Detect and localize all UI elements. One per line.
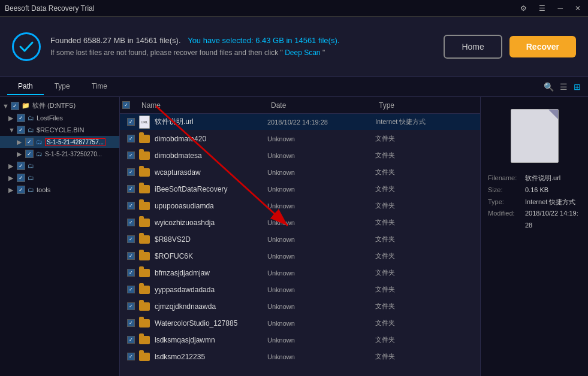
checkbox-tools[interactable] <box>17 186 25 194</box>
file-row-cjmz[interactable]: cjmzqjdkndnaawda Unknown 文件夹 <box>120 298 480 315</box>
tab-time[interactable]: Time <box>81 78 118 95</box>
file-row-rofuc[interactable]: $ROFUC6K Unknown 文件夹 <box>120 248 480 265</box>
file-name: lsdksmo212235 <box>155 353 267 361</box>
folder-icon: 🗂 <box>28 126 34 134</box>
row-check[interactable] <box>122 336 139 344</box>
folder-icon-sm <box>139 269 151 277</box>
sidebar-item-s2[interactable]: ▶ 🗂 S-1-5-21-37250270... <box>0 148 119 160</box>
folder-icon-sm <box>139 302 151 311</box>
file-row-r88[interactable]: $R88VS2D Unknown 文件夹 <box>120 231 480 248</box>
sidebar-item-recycle[interactable]: ▼ 🗂 $RECYCLE.BIN <box>0 124 119 136</box>
file-row-bfmz[interactable]: bfmzasjdjadmjaw Unknown 文件夹 <box>120 265 480 281</box>
folder-icon: 🗂 <box>28 114 34 122</box>
home-button[interactable]: Home <box>444 35 502 59</box>
row-check[interactable] <box>122 269 139 277</box>
folder-icon-sm <box>139 202 151 210</box>
row-check[interactable] <box>122 168 139 176</box>
expand-icon: ▼ <box>8 126 17 134</box>
sidebar-item-empty2[interactable]: ▶ 🗂 <box>0 172 119 184</box>
sidebar-item-lostfiles[interactable]: ▶ 🗂 LostFiles <box>0 112 119 124</box>
deep-scan-link[interactable]: Deep Scan <box>285 48 320 57</box>
file-row-dimobdmate420[interactable]: dimobdmate420 Unknown 文件夹 <box>120 131 480 147</box>
row-check[interactable] <box>122 118 139 126</box>
sidebar-item-root[interactable]: ▼ 📁 软件 (D:NTFS) <box>0 99 119 112</box>
tabbar-icons: 🔍 ☰ ⊞ <box>544 82 581 92</box>
menu-icon[interactable]: ☰ <box>536 3 548 14</box>
close-icon[interactable]: ✕ <box>572 3 583 14</box>
checkbox-root[interactable] <box>11 102 19 110</box>
search-icon[interactable]: 🔍 <box>544 82 554 92</box>
file-row-lsdk2[interactable]: lsdksmo212235 Unknown 文件夹 <box>120 348 480 365</box>
meta-modified-label: Modified: <box>488 208 523 232</box>
header-check <box>122 101 139 109</box>
file-name: dimobdmatesa <box>155 151 267 160</box>
checkbox-s1[interactable] <box>25 138 34 146</box>
file-name: lsdksmqasjdjawmn <box>155 336 267 344</box>
right-panel: Filename: 软件说明.url Size: 0.16 KB Type: I… <box>480 97 588 376</box>
meta-modified-val: 2018/10/22 14:19:28 <box>525 208 581 232</box>
file-type: 文件夹 <box>375 184 471 193</box>
file-row-url[interactable]: URL 软件说明.url 2018/10/22 14:19:28 Interne… <box>120 114 480 131</box>
file-row-dimobdmatesa[interactable]: dimobdmatesa Unknown 文件夹 <box>120 147 480 164</box>
row-check[interactable] <box>122 252 139 260</box>
banner: Founded 6588.27 MB in 14561 file(s). You… <box>0 17 588 77</box>
file-row-wyico[interactable]: wyicozhizuoashdja Unknown 文件夹 <box>120 214 480 231</box>
checkbox-s2[interactable] <box>25 150 34 158</box>
banner-selected: You have selected: 6.43 GB in 14561 file… <box>188 36 339 45</box>
folder-icon-sm <box>139 185 151 193</box>
row-check[interactable] <box>122 353 139 360</box>
file-name: wyicozhizuoashdja <box>155 219 267 227</box>
sidebar-item-s1[interactable]: ▶ 🗂 S-1-5-21-42877757... <box>0 136 119 148</box>
folder-icon: 🗂 <box>28 174 34 181</box>
tab-type[interactable]: Type <box>44 78 81 95</box>
row-check[interactable] <box>122 219 139 226</box>
folder-icon-sm <box>139 151 151 160</box>
tab-path[interactable]: Path <box>7 78 44 95</box>
expand-icon: ▶ <box>17 150 25 158</box>
banner-buttons: Home Recover <box>444 35 576 59</box>
row-check[interactable] <box>122 151 139 159</box>
folder-icon: 📁 <box>22 102 30 110</box>
recover-button[interactable]: Recover <box>509 36 576 57</box>
file-type: 文件夹 <box>375 302 471 311</box>
row-check[interactable] <box>122 185 139 193</box>
checkbox-lostfiles[interactable] <box>17 114 25 122</box>
row-check[interactable] <box>122 286 139 293</box>
row-check[interactable] <box>122 202 139 210</box>
checkbox-recycle[interactable] <box>17 126 25 134</box>
header-checkbox[interactable] <box>122 101 130 109</box>
grid-icon[interactable]: ⊞ <box>574 82 581 92</box>
file-type: 文件夹 <box>375 285 471 294</box>
file-row-wcapturasdaw[interactable]: wcapturasdaw Unknown 文件夹 <box>120 164 480 181</box>
list-icon[interactable]: ☰ <box>560 82 568 92</box>
minimize-icon[interactable]: ─ <box>555 3 565 14</box>
file-type: 文件夹 <box>375 201 471 210</box>
folder-icon: 🗂 <box>36 150 43 157</box>
sidebar-item-tools[interactable]: ▶ 🗂 tools <box>0 184 119 196</box>
row-check[interactable] <box>122 319 139 327</box>
file-type: 文件夹 <box>375 151 471 160</box>
meta-type-val: Internet 快捷方式 <box>525 196 575 208</box>
folder-icon-sm <box>139 235 151 244</box>
file-row-ibeesoft[interactable]: iBeeSoftDataRecovery Unknown 文件夹 <box>120 181 480 198</box>
row-check[interactable] <box>122 302 139 310</box>
file-type: 文件夹 <box>375 352 471 361</box>
header-name: Name <box>139 101 271 110</box>
url-file-icon: URL <box>139 116 151 129</box>
file-name: iBeeSoftDataRecovery <box>155 185 267 193</box>
checkbox-e2[interactable] <box>17 174 25 182</box>
row-check[interactable] <box>122 135 139 142</box>
file-row-watercolor[interactable]: WatercolorStudio_127885 Unknown 文件夹 <box>120 315 480 332</box>
sidebar-label-tools: tools <box>37 186 50 193</box>
file-row-lsdk1[interactable]: lsdksmqasjdjawmn Unknown 文件夹 <box>120 332 480 348</box>
row-check[interactable] <box>122 235 139 243</box>
file-type: 文件夹 <box>375 218 471 227</box>
file-row-upupoo[interactable]: upupooasudiamda Unknown 文件夹 <box>120 198 480 214</box>
file-row-yypp[interactable]: yyppasdawdadada Unknown 文件夹 <box>120 281 480 298</box>
settings-icon[interactable]: ⚙ <box>518 3 529 14</box>
sidebar-item-empty1[interactable]: ▶ 🗂 <box>0 160 119 172</box>
file-type-url: Internet 快捷方式 <box>375 117 471 126</box>
checkbox-e1[interactable] <box>17 162 25 170</box>
meta-type-label: Type: <box>488 196 523 208</box>
file-type: 文件夹 <box>375 335 471 344</box>
